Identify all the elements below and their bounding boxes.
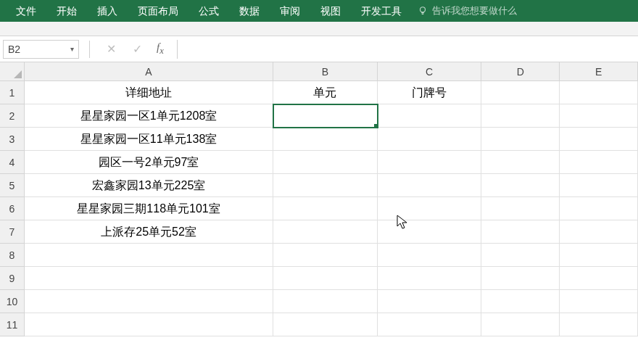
select-all-corner[interactable] (0, 62, 25, 81)
row-header-2[interactable]: 2 (0, 104, 25, 128)
tell-me-label: 告诉我您想要做什么 (432, 4, 517, 17)
row-header-7[interactable]: 7 (0, 220, 25, 244)
cell-D10[interactable] (481, 290, 560, 313)
row-header-4[interactable]: 4 (0, 151, 25, 174)
cell-A7[interactable]: 上派存25单元52室 (25, 220, 273, 244)
cell-A8[interactable] (25, 244, 273, 267)
cell-D8[interactable] (481, 244, 560, 267)
cell-E9[interactable] (560, 267, 638, 290)
cell-B4[interactable] (273, 151, 378, 174)
cell-C6[interactable] (378, 197, 482, 220)
cell-A1[interactable]: 详细地址 (25, 81, 273, 104)
cell-D2[interactable] (481, 104, 560, 128)
cell-B3[interactable] (273, 128, 378, 151)
cell-D6[interactable] (481, 197, 560, 220)
cell-A6[interactable]: 星星家园三期118单元101室 (25, 197, 273, 220)
cell-E6[interactable] (560, 197, 638, 220)
cancel-icon[interactable]: ✕ (104, 42, 117, 56)
tab-home[interactable]: 开始 (46, 0, 87, 22)
cell-B11[interactable] (273, 313, 378, 336)
cell-B6[interactable] (273, 197, 378, 220)
cell-C4[interactable] (378, 151, 482, 174)
cell-E5[interactable] (560, 174, 638, 197)
row-header-5[interactable]: 5 (0, 174, 25, 197)
cell-C1[interactable]: 门牌号 (378, 81, 482, 104)
col-header-A[interactable]: A (25, 62, 273, 81)
cell-B9[interactable] (273, 267, 378, 290)
row-header-3[interactable]: 3 (0, 128, 25, 151)
cell-B7[interactable] (273, 220, 378, 244)
confirm-icon[interactable]: ✓ (130, 42, 144, 56)
formula-bar-buttons: ✕ ✓ fx (97, 41, 171, 57)
tab-view[interactable]: 视图 (310, 0, 351, 22)
cell-E10[interactable] (560, 290, 638, 313)
tab-file[interactable]: 文件 (6, 0, 46, 22)
row-header-11[interactable]: 11 (0, 313, 25, 336)
row-header-10[interactable]: 10 (0, 290, 25, 313)
cell-D9[interactable] (481, 267, 560, 290)
tab-insert[interactable]: 插入 (87, 0, 128, 22)
tab-data[interactable]: 数据 (229, 0, 270, 22)
cell-D7[interactable] (481, 220, 560, 244)
cell-A10[interactable] (25, 290, 273, 313)
tab-review[interactable]: 审阅 (270, 0, 310, 22)
divider (89, 41, 90, 58)
cell-D1[interactable] (481, 81, 560, 104)
cell-D11[interactable] (481, 313, 560, 336)
cell-E2[interactable] (560, 104, 638, 128)
cell-C7[interactable] (378, 220, 482, 244)
cell-A11[interactable] (25, 313, 273, 336)
cell-B10[interactable] (273, 290, 378, 313)
cell-A2[interactable]: 星星家园一区1单元1208室 (25, 104, 273, 128)
cell-B8[interactable] (273, 244, 378, 267)
lightbulb-icon (418, 6, 428, 16)
fx-icon[interactable]: fx (157, 41, 164, 57)
name-box-value: B2 (8, 44, 20, 55)
cell-E1[interactable] (560, 81, 638, 104)
cell-A3[interactable]: 星星家园一区11单元138室 (25, 128, 273, 151)
cell-C3[interactable] (378, 128, 482, 151)
col-header-B[interactable]: B (273, 62, 378, 81)
chevron-down-icon: ▾ (70, 45, 74, 53)
cell-B5[interactable] (273, 174, 378, 197)
col-header-D[interactable]: D (481, 62, 560, 81)
tab-developer[interactable]: 开发工具 (351, 0, 412, 22)
cell-E11[interactable] (560, 313, 638, 336)
tab-page-layout[interactable]: 页面布局 (128, 0, 188, 22)
tell-me-search[interactable]: 告诉我您想要做什么 (412, 4, 523, 17)
cell-C2[interactable] (378, 104, 482, 128)
row-header-8[interactable]: 8 (0, 244, 25, 267)
cell-E7[interactable] (560, 220, 638, 244)
cell-C9[interactable] (378, 267, 482, 290)
cell-E8[interactable] (560, 244, 638, 267)
cell-B2[interactable] (273, 104, 378, 128)
formula-bar: B2 ▾ ✕ ✓ fx (0, 36, 638, 62)
cell-D3[interactable] (481, 128, 560, 151)
cell-E3[interactable] (560, 128, 638, 151)
formula-input[interactable] (177, 40, 638, 59)
cell-B1[interactable]: 单元 (273, 81, 378, 104)
svg-point-0 (420, 7, 426, 12)
cell-C10[interactable] (378, 290, 482, 313)
cell-D4[interactable] (481, 151, 560, 174)
tab-formulas[interactable]: 公式 (188, 0, 229, 22)
row-header-1[interactable]: 1 (0, 81, 25, 104)
name-box[interactable]: B2 ▾ (3, 40, 79, 59)
cell-A9[interactable] (25, 267, 273, 290)
cell-A4[interactable]: 园区一号2单元97室 (25, 151, 273, 174)
cell-C5[interactable] (378, 174, 482, 197)
spreadsheet-grid: A B C D E 1 详细地址 单元 门牌号 2 星星家园一区1单元1208室… (0, 62, 638, 336)
col-header-E[interactable]: E (560, 62, 638, 81)
cell-C11[interactable] (378, 313, 482, 336)
cell-D5[interactable] (481, 174, 560, 197)
ribbon-body (0, 22, 638, 36)
cell-A5[interactable]: 宏鑫家园13单元225室 (25, 174, 273, 197)
cell-E4[interactable] (560, 151, 638, 174)
cell-C8[interactable] (378, 244, 482, 267)
row-header-6[interactable]: 6 (0, 197, 25, 220)
row-header-9[interactable]: 9 (0, 267, 25, 290)
ribbon-tabs: 文件 开始 插入 页面布局 公式 数据 审阅 视图 开发工具 告诉我您想要做什么 (0, 0, 638, 22)
col-header-C[interactable]: C (378, 62, 482, 81)
